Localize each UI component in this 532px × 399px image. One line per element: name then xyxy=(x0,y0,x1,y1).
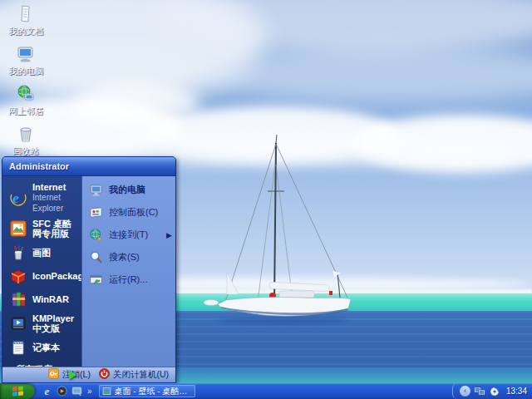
log-off-label: 注销(L) xyxy=(62,369,91,381)
menu-item-run[interactable]: 运行(R)... xyxy=(82,268,175,291)
submenu-arrow-icon: ▶ xyxy=(166,231,172,239)
menu-item-iconpackager[interactable]: IconPackager xyxy=(2,264,81,288)
start-button[interactable] xyxy=(0,383,35,399)
recycle-bin-icon xyxy=(16,123,37,144)
winrar-icon xyxy=(9,290,27,308)
connect-to-icon xyxy=(88,227,104,243)
desktop-icon-network-places[interactable]: 网上邻居 xyxy=(2,83,50,118)
task-button-label: 桌面 - 壁纸 - 桌酷壁... xyxy=(115,386,192,397)
menu-item-paint[interactable]: 画图 xyxy=(2,241,81,264)
start-menu-body: e InternetInternet Explorer SFC 桌酷网专用版 画… xyxy=(2,176,175,367)
menu-item-notepad[interactable]: 记事本 xyxy=(2,336,81,359)
desktop-icon-my-documents[interactable]: 我的文档 xyxy=(2,3,50,38)
start-menu-header: Administrator xyxy=(2,157,175,176)
menu-item-label: 搜索(S) xyxy=(109,251,140,264)
menu-item-label: 控制面板(C) xyxy=(109,206,158,219)
quick-launch-overflow-chevron[interactable]: » xyxy=(86,387,94,396)
network-tray-icon[interactable] xyxy=(474,386,485,397)
menu-item-label: Internet xyxy=(32,182,66,192)
start-menu-footer: 注销(L) 关闭计算机(U) xyxy=(2,367,175,382)
menu-item-connect-to[interactable]: 连接到(T) ▶ xyxy=(82,224,175,246)
system-tray: ‹ 13:34 xyxy=(452,383,532,399)
internet-explorer-icon: e xyxy=(9,189,27,207)
status-tray-icon[interactable] xyxy=(489,386,500,397)
desktop: 我的文档 我的电脑 网上邻居 回收站 Administrator xyxy=(0,0,532,399)
menu-item-search[interactable]: 搜索(S) xyxy=(82,246,175,268)
shutdown-button[interactable]: 关闭计算机(U) xyxy=(99,367,169,382)
menu-item-my-computer[interactable]: 我的电脑 xyxy=(82,179,175,201)
menu-item-label: SFC 桌酷网专用版 xyxy=(32,219,78,239)
sailboat-image xyxy=(200,131,366,335)
menu-item-control-panel[interactable]: 控制面板(C) xyxy=(82,201,175,224)
menu-item-label: KMPlayer中文版 xyxy=(32,313,78,333)
taskbar: e » 桌面 - 壁纸 - 桌酷壁... ‹ 13:34 xyxy=(0,383,532,399)
search-icon xyxy=(88,249,104,265)
my-computer-icon xyxy=(88,182,104,198)
desktop-icon-label: 回收站 xyxy=(12,145,39,157)
control-panel-icon xyxy=(88,204,104,220)
start-menu-right-column: 我的电脑 控制面板(C) 连接到(T) ▶ xyxy=(81,176,175,367)
network-places-icon xyxy=(16,83,37,104)
iconpackager-icon xyxy=(9,267,27,285)
desktop-icon-list: 我的文档 我的电脑 网上邻居 回收站 xyxy=(2,3,50,158)
menu-item-internet-explorer[interactable]: e InternetInternet Explorer xyxy=(2,179,81,216)
all-programs-arrow-icon xyxy=(69,370,76,380)
sfc-app-icon xyxy=(9,219,27,238)
quick-launch-media-player-icon[interactable] xyxy=(56,385,68,397)
my-documents-icon xyxy=(16,3,37,24)
start-menu: Administrator e InternetInternet Explore… xyxy=(2,156,176,383)
quick-launch-bar: e » xyxy=(35,385,97,397)
menu-item-label: 连接到(T) xyxy=(109,229,148,241)
windows-logo-icon xyxy=(12,386,23,397)
user-name: Administrator xyxy=(9,161,69,171)
shutdown-label: 关闭计算机(U) xyxy=(113,369,169,381)
run-icon xyxy=(88,272,104,288)
paint-icon xyxy=(9,244,27,262)
desktop-icon-label: 我的文档 xyxy=(8,26,43,37)
menu-item-label: 我的电脑 xyxy=(109,184,145,196)
menu-item-sfc[interactable]: SFC 桌酷网专用版 xyxy=(2,216,81,241)
desktop-icon-label: 网上邻居 xyxy=(8,106,43,117)
quick-launch-ie-icon[interactable]: e xyxy=(41,385,53,397)
menu-item-label: WinRAR xyxy=(32,294,69,304)
log-off-icon xyxy=(48,367,59,382)
shutdown-icon xyxy=(99,367,110,382)
menu-item-sublabel: Internet Explorer xyxy=(32,193,63,213)
task-window-icon xyxy=(102,384,111,399)
menu-item-label: 记事本 xyxy=(32,342,60,352)
taskbar-window-button[interactable]: 桌面 - 壁纸 - 桌酷壁... xyxy=(99,385,195,397)
kmplayer-icon xyxy=(9,314,27,332)
desktop-icon-recycle-bin[interactable]: 回收站 xyxy=(2,123,50,158)
hide-tray-icons-button[interactable]: ‹ xyxy=(460,386,470,397)
quick-launch-show-desktop-icon[interactable] xyxy=(71,385,83,397)
menu-item-label: 运行(R)... xyxy=(109,273,147,286)
taskbar-clock[interactable]: 13:34 xyxy=(506,387,527,396)
notepad-icon xyxy=(9,338,27,357)
menu-item-label: 画图 xyxy=(32,248,51,258)
menu-item-kmplayer[interactable]: KMPlayer中文版 xyxy=(2,311,81,336)
svg-text:e: e xyxy=(12,190,19,206)
menu-item-winrar[interactable]: WinRAR xyxy=(2,288,81,311)
desktop-icon-label: 我的电脑 xyxy=(8,66,43,77)
start-menu-left-column: e InternetInternet Explorer SFC 桌酷网专用版 画… xyxy=(2,176,81,367)
desktop-icon-my-computer[interactable]: 我的电脑 xyxy=(2,43,50,78)
my-computer-icon xyxy=(16,43,37,64)
